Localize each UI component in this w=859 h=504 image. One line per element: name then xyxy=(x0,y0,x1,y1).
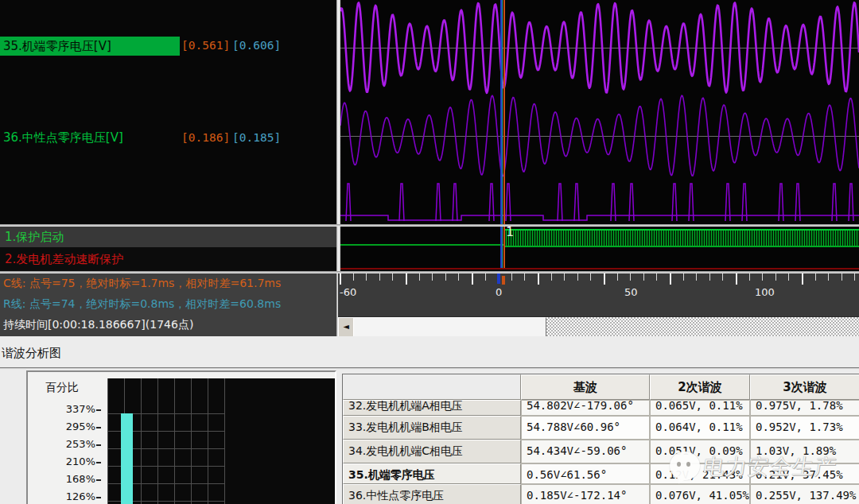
harmonic-section-band: 谐波分析图 xyxy=(0,336,859,369)
table-cell: 54.788V∠60.96° xyxy=(521,416,650,440)
ruler-major-ticks xyxy=(340,273,859,285)
harmonic-chart-panel: 百分比 337% 295% 253% 210% 168% 126% xyxy=(26,370,336,504)
y-tick-label: 210% xyxy=(28,456,101,467)
table-cell: 0.051V, 0.09% xyxy=(650,440,750,463)
table-cell: 0.064V, 0.11% xyxy=(650,416,750,440)
cursor-info-panel: C线: 点号=75，绝对时标=1.7ms，相对时差=61.7ms R线: 点号=… xyxy=(0,273,336,336)
ruler-cursor-marker-orange[interactable] xyxy=(502,276,505,285)
y-tick-label: 253% xyxy=(28,438,101,450)
table-cell: 1.03V, 1.89% xyxy=(750,440,859,463)
table-header-3rd-harmonic: 3次谐波 xyxy=(750,374,859,400)
record-duration: 持续时间[0:00:18.186667](1746点) xyxy=(0,315,336,335)
cursor-line-teal[interactable] xyxy=(502,0,503,224)
horizontal-scrollbar[interactable]: ◄ xyxy=(338,316,859,337)
table-cell: 0.952V, 1.73% xyxy=(750,416,859,440)
c-cursor-value: [0.186] xyxy=(181,131,230,144)
y-tick-label: 337% xyxy=(28,403,101,415)
table-cell: 0.185V∠-172.14° xyxy=(521,484,650,504)
digital-channel-row-trip[interactable]: 2.发电机差动速断保护 xyxy=(0,247,336,271)
ruler-label: 100 xyxy=(755,286,775,298)
harmonic-bar xyxy=(121,413,133,504)
y-tick-label: 168% xyxy=(28,473,101,485)
chart-y-axis-title: 百分比 xyxy=(45,381,79,395)
digital-trace-area[interactable]: 1 xyxy=(340,227,859,271)
digital-trace-low-state xyxy=(340,244,503,246)
table-cell: 0.56V∠61.56° xyxy=(521,463,650,484)
analog-channel-row-35-selected[interactable]: 35.机端零序电压[V] xyxy=(0,37,180,56)
analog-waveforms-svg xyxy=(340,0,859,224)
harmonic-table: 基波 2次谐波 3次谐波 32.发电机机端A相电压 54.802V∠-179.0… xyxy=(342,374,859,504)
scroll-left-icon: ◄ xyxy=(343,322,349,331)
y-tick-label: 295% xyxy=(28,421,101,432)
digital-trace-trip-line xyxy=(340,268,859,269)
harmonic-section-title: 谐波分析图 xyxy=(2,346,61,361)
time-ruler[interactable]: -60 0 50 100 xyxy=(338,273,859,316)
ruler-label: 50 xyxy=(624,286,638,298)
c-cursor-readout: C线: 点号=75，绝对时标=1.7ms，相对时差=61.7ms xyxy=(0,273,336,294)
channel-label: 35.机端零序电压[V] xyxy=(0,37,180,54)
r-cursor-value: [0.185] xyxy=(232,131,281,144)
table-row-name[interactable]: 32.发电机机端A相电压 xyxy=(343,400,521,416)
digital-trace-high-state xyxy=(503,229,859,247)
table-cell: 0.12V, 21.43% xyxy=(650,463,750,484)
table-row-name[interactable]: 34.发电机机端C相电压 xyxy=(343,440,521,463)
fault-wave-analysis-window: 35.机端零序电压[V] [0.561] [0.606] 36.中性点零序电压[… xyxy=(0,0,859,504)
cursor-line-orange[interactable] xyxy=(503,227,505,268)
table-header-name xyxy=(343,374,521,400)
table-cell: 54.434V∠-59.06° xyxy=(521,440,650,463)
ruler-label: -60 xyxy=(340,286,356,298)
table-cell: 54.802V∠-179.06° xyxy=(521,400,650,416)
ruler-cursor-marker-blue[interactable] xyxy=(497,273,500,284)
cursor-line-teal[interactable] xyxy=(502,227,503,268)
harmonic-chart-plot xyxy=(107,378,335,504)
waveform-plot-area[interactable] xyxy=(340,0,859,224)
c-cursor-value: [0.561] xyxy=(181,39,230,52)
table-row-name[interactable]: 33.发电机机端B相电压 xyxy=(343,416,521,440)
r-cursor-readout: R线: 点号=74，绝对时标=0.8ms，相对时差=60.8ms xyxy=(0,294,336,315)
digital-channel-row-start[interactable]: 1.保护启动 xyxy=(0,227,336,247)
table-cell: 0.065V, 0.11% xyxy=(650,400,750,416)
analog-channel-row-36[interactable]: 36.中性点零序电压[V] xyxy=(3,130,123,145)
cursor-line-orange[interactable] xyxy=(503,0,505,224)
y-tick-label: 126% xyxy=(28,490,101,502)
table-cell: 0.255V, 137.49% xyxy=(750,484,859,504)
digital-channel-panel: 1.保护启动 2.发电机差动速断保护 xyxy=(0,227,336,271)
table-header-fundamental: 基波 xyxy=(521,374,650,400)
table-header-2nd-harmonic: 2次谐波 xyxy=(650,374,750,400)
table-cell: 0.076V, 41.05% xyxy=(650,484,750,504)
scrollbar-thumb[interactable] xyxy=(353,317,546,338)
table-cell: 0.975V, 1.78% xyxy=(750,400,859,416)
r-cursor-value: [0.606] xyxy=(232,39,281,52)
analog-channel-panel: 35.机端零序电压[V] [0.561] [0.606] 36.中性点零序电压[… xyxy=(0,0,336,224)
table-row-name-selected[interactable]: 35.机端零序电压 xyxy=(343,463,521,484)
scroll-left-button[interactable]: ◄ xyxy=(338,317,354,338)
table-row-name[interactable]: 36.中性点零序电压 xyxy=(343,484,521,504)
ruler-label: 0 xyxy=(496,286,502,298)
digital-state-marker: 1 xyxy=(506,227,514,239)
table-cell: 0.21V, 37.45% xyxy=(750,463,859,484)
